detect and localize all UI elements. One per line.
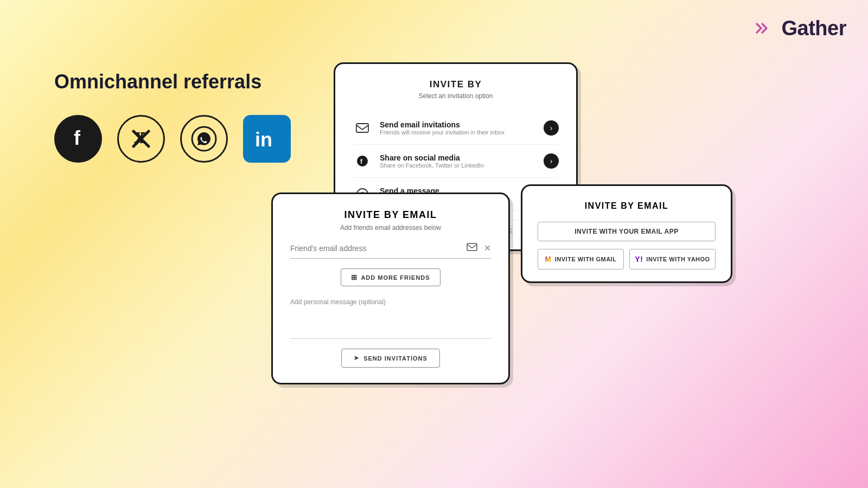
svg-text:𝕏: 𝕏 bbox=[134, 131, 146, 146]
email-small-title: INVITE BY EMAIL bbox=[538, 201, 716, 211]
logo-text: Gather bbox=[782, 17, 846, 40]
gmail-icon: M bbox=[545, 255, 552, 264]
email-input-row: ✕ bbox=[290, 242, 491, 259]
email-close-icon[interactable]: ✕ bbox=[484, 243, 491, 253]
svg-point-0 bbox=[754, 17, 775, 39]
social-option-label: Share on social media bbox=[380, 153, 544, 162]
email-input[interactable] bbox=[290, 244, 467, 253]
linkedin-icon[interactable]: in bbox=[243, 115, 291, 163]
invite-gmail-button[interactable]: M INVITE WITH GMAIL bbox=[538, 249, 624, 269]
left-section: Omnichannel referrals f 𝕏 bbox=[54, 70, 291, 163]
gather-logo-icon bbox=[752, 16, 776, 40]
email-option[interactable]: Send email invitations Friends will rece… bbox=[353, 112, 559, 145]
email-main-title: INVITE BY EMAIL bbox=[290, 209, 491, 221]
add-friends-button[interactable]: ⊞ ADD MORE FRIENDS bbox=[341, 268, 440, 286]
email-main-card: INVITE BY EMAIL Add friends email addres… bbox=[271, 192, 510, 384]
personal-message-label: Add personal message (optional) bbox=[290, 298, 491, 306]
email-main-subtitle: Add friends email addresses below bbox=[290, 224, 491, 232]
send-icon: ➤ bbox=[354, 355, 359, 362]
invite-with-email-app-button[interactable]: INVITE WITH YOUR EMAIL APP bbox=[538, 222, 716, 241]
logo-area: Gather bbox=[752, 16, 846, 40]
social-option[interactable]: f Share on social media Share on Faceboo… bbox=[353, 145, 559, 178]
svg-rect-12 bbox=[467, 243, 477, 251]
invite-gmail-label: INVITE WITH GMAIL bbox=[555, 256, 617, 262]
invite-services-row: M INVITE WITH GMAIL Y! INVITE WITH YAHOO bbox=[538, 249, 716, 269]
invite-by-subtitle: Select an invitation option bbox=[353, 92, 559, 100]
social-icons-row: f 𝕏 in bbox=[54, 115, 291, 163]
facebook-icon[interactable]: f bbox=[54, 115, 102, 163]
email-small-card: INVITE BY EMAIL INVITE WITH YOUR EMAIL A… bbox=[521, 184, 732, 283]
social-option-text: Share on social media Share on Facebook,… bbox=[380, 153, 544, 169]
social-option-arrow[interactable]: › bbox=[544, 153, 559, 169]
social-option-icon: f bbox=[353, 151, 372, 171]
email-option-icon bbox=[353, 118, 372, 138]
social-option-desc: Share on Facebook, Twitter or LinkedIn bbox=[380, 162, 544, 169]
divider bbox=[290, 338, 491, 339]
invite-app-label: INVITE WITH YOUR EMAIL APP bbox=[575, 228, 678, 235]
email-option-arrow[interactable]: › bbox=[544, 120, 559, 136]
svg-text:f: f bbox=[74, 127, 81, 149]
svg-rect-8 bbox=[356, 124, 368, 132]
svg-text:in: in bbox=[255, 129, 272, 151]
add-friends-plus-icon: ⊞ bbox=[351, 273, 358, 281]
invite-yahoo-label: INVITE WITH YAHOO bbox=[646, 256, 710, 262]
invite-by-title: INVITE BY bbox=[353, 79, 559, 90]
whatsapp-icon[interactable] bbox=[180, 115, 228, 163]
email-option-label: Send email invitations bbox=[380, 120, 544, 129]
send-invitations-button[interactable]: ➤ SEND INVITATIONS bbox=[341, 349, 440, 368]
main-heading: Omnichannel referrals bbox=[54, 70, 291, 93]
email-option-desc: Friends will receive your invitation in … bbox=[380, 129, 544, 136]
svg-point-9 bbox=[357, 156, 368, 166]
send-label: SEND INVITATIONS bbox=[363, 355, 427, 362]
email-envelope-icon bbox=[467, 242, 477, 254]
email-option-text: Send email invitations Friends will rece… bbox=[380, 120, 544, 136]
x-twitter-icon[interactable]: 𝕏 bbox=[117, 115, 165, 163]
yahoo-icon: Y! bbox=[635, 255, 643, 264]
add-friends-label: ADD MORE FRIENDS bbox=[361, 274, 430, 281]
invite-yahoo-button[interactable]: Y! INVITE WITH YAHOO bbox=[629, 249, 716, 269]
